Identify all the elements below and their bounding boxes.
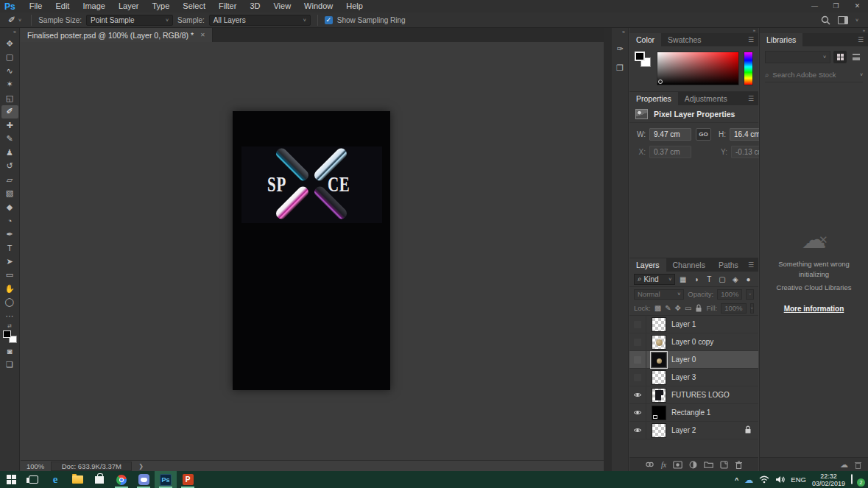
quick-mask-button[interactable]: ◙ [1,344,18,358]
visibility-toggle[interactable] [629,404,646,421]
filter-shape-layers-icon[interactable]: ▢ [717,274,728,285]
restore-button[interactable]: ❐ [825,0,847,13]
status-arrow-icon[interactable]: ❯ [138,463,144,470]
filter-kind-dropdown[interactable]: ⌕ Kind ˅ [634,274,675,285]
action-center-button[interactable]: 2 [851,475,862,484]
filter-adjustment-layers-icon[interactable]: ◑ [691,274,702,285]
new-layer-icon[interactable] [720,461,728,469]
sample-dropdown[interactable]: All Layers ˅ [209,15,311,26]
tab-swatches[interactable]: Swatches [661,33,708,46]
cloud-tray-icon[interactable]: ☁ [744,475,753,485]
menu-help[interactable]: Help [339,0,370,13]
swap-colors-icon[interactable]: ⇄ [7,323,12,328]
layer-row[interactable]: Layer 3 [629,369,758,386]
opacity-dropdown-icon[interactable]: ˅ [746,289,754,300]
layer-row[interactable]: Layer 2 [629,422,758,439]
list-view-button[interactable] [850,51,863,63]
menu-select[interactable]: Select [176,0,212,13]
layer-thumbnail[interactable] [652,388,666,403]
hand-tool[interactable]: ✋ [1,282,18,296]
panel-menu-icon[interactable]: ☰ [858,36,868,43]
library-search-field[interactable]: ⌕ Search Adobe Stock ˅ [765,68,863,82]
blur-tool[interactable]: ◆ [1,200,18,214]
visibility-toggle[interactable] [629,333,646,350]
foreground-color-swatch[interactable] [635,52,645,61]
zoom-level[interactable]: 100% [27,462,44,470]
layer-thumbnail[interactable] [652,370,666,385]
layer-thumbnail[interactable] [652,406,666,420]
canvas-viewport[interactable]: SP CE [21,42,604,460]
visibility-toggle[interactable] [629,369,646,386]
edit-toolbar-button[interactable]: ⋯ [1,309,18,323]
screen-mode-button[interactable]: ❏ [1,358,18,372]
menu-file[interactable]: File [23,0,49,13]
wifi-icon[interactable] [759,475,769,484]
tab-close-icon[interactable]: ✕ [200,32,205,38]
taskbar-microsoft-store[interactable] [88,471,110,488]
healing-brush-tool[interactable]: ✚ [1,119,18,132]
task-view-button[interactable] [22,471,44,488]
toolbox-collapse-icon[interactable]: » [10,28,19,37]
taskbar-file-explorer[interactable] [66,471,88,488]
grid-view-button[interactable] [833,51,847,63]
workspace-switcher-icon[interactable] [838,16,848,24]
x-field[interactable]: 0.37 cm [649,146,691,158]
brushes-panel-icon[interactable]: ✑ [613,42,627,56]
filter-smart-objects-icon[interactable]: ◈ [730,274,741,285]
delete-layer-icon[interactable] [735,461,743,469]
visibility-toggle[interactable] [629,386,646,403]
menu-view[interactable]: View [267,0,297,13]
filter-type-layers-icon[interactable]: T [704,274,715,285]
layer-style-icon[interactable]: fx [661,461,666,469]
eyedropper-tool[interactable]: ✐ [1,105,18,119]
layer-row[interactable]: Layer 0 copy [629,333,758,351]
poster-document[interactable]: SP CE [233,111,390,390]
lock-pixels-icon[interactable]: ✎ [665,304,671,312]
clone-source-panel-icon[interactable]: ❐ [613,61,627,75]
show-sampling-ring-checkbox[interactable]: ✓ [325,16,333,24]
lasso-tool[interactable]: ∿ [1,64,18,78]
doc-size-info[interactable]: Doc: 633.9K/3.37M [51,462,132,471]
taskbar-powerpoint[interactable]: P [177,471,199,488]
saturation-brightness-field[interactable] [657,52,739,85]
visibility-toggle[interactable] [629,422,646,439]
tab-color[interactable]: Color [629,33,661,46]
tab-channels[interactable]: Channels [666,258,712,272]
more-information-link[interactable]: More information [784,305,844,313]
rectangular-marquee-tool[interactable]: ▢ [1,51,18,65]
eraser-tool[interactable]: ▱ [1,173,18,187]
lock-position-icon[interactable]: ✥ [675,304,681,312]
adjustment-layer-icon[interactable] [689,461,697,469]
menu-3d[interactable]: 3D [243,0,267,13]
fill-dropdown-icon[interactable]: ˅ [750,303,755,314]
taskbar-photoshop[interactable]: Ps [155,471,177,488]
layer-thumbnail[interactable] [652,335,666,350]
library-select-dropdown[interactable]: ˅ [765,51,830,63]
layer-row[interactable]: Layer 1 [629,316,758,333]
show-hidden-icons-chevron[interactable]: ^ [735,476,738,484]
foreground-background-colors[interactable] [635,52,652,85]
blend-mode-dropdown[interactable]: Normal ˅ [634,289,684,300]
clone-stamp-tool[interactable]: ♟ [1,146,18,160]
fill-field[interactable]: 100% [721,303,746,314]
clock[interactable]: 22:32 03/02/2019 [812,473,845,487]
tab-libraries[interactable]: Libraries [760,33,802,46]
width-field[interactable]: 9.47 cm [649,128,691,141]
dodge-tool[interactable]: ◔ [1,214,18,228]
layer-row[interactable]: Rectangle 1 [629,404,758,422]
taskbar-discord[interactable] [133,471,155,488]
layer-row[interactable]: FUTURES LOGO [629,386,758,404]
taskbar-chrome[interactable] [110,471,133,488]
tab-properties[interactable]: Properties [629,92,678,105]
layer-thumbnail[interactable] [652,423,666,438]
layer-thumbnail[interactable] [652,317,666,332]
zoom-tool[interactable]: ◯ [1,296,18,310]
new-group-icon[interactable] [704,461,713,468]
menu-type[interactable]: Type [146,0,177,13]
menu-filter[interactable]: Filter [212,0,243,13]
panel-menu-icon[interactable]: ☰ [748,36,758,43]
menu-window[interactable]: Window [297,0,339,13]
expand-panels-icon[interactable]: » [619,28,628,37]
history-brush-tool[interactable]: ↺ [1,160,18,174]
link-layers-icon[interactable] [645,461,654,468]
